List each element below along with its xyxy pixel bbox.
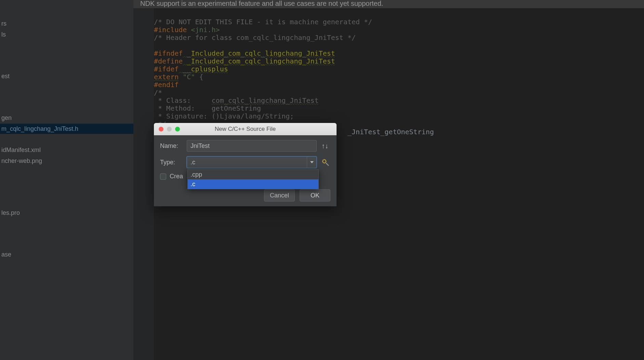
settings-icon[interactable] (321, 158, 329, 166)
zoom-icon[interactable] (175, 127, 180, 131)
name-label: Name: (160, 142, 182, 150)
svg-point-0 (323, 160, 326, 163)
new-source-file-dialog: New C/C++ Source File Name: ↑↓ Type: .c (154, 123, 337, 206)
close-icon[interactable] (159, 127, 163, 131)
create-checkbox-label: Crea (170, 173, 183, 180)
combobox-toggle[interactable] (307, 157, 316, 168)
dropdown-option-c[interactable]: .c (188, 179, 318, 189)
name-input[interactable] (187, 140, 317, 152)
type-combobox-value: .c (187, 159, 307, 166)
chevron-down-icon (310, 161, 314, 163)
type-label: Type: (160, 159, 182, 166)
cancel-button[interactable]: Cancel (264, 189, 295, 202)
type-dropdown[interactable]: .cpp .c (187, 169, 319, 189)
dialog-title: New C/C++ Source File (154, 126, 337, 133)
ok-button[interactable]: OK (300, 189, 330, 202)
sort-icon[interactable]: ↑↓ (321, 142, 328, 150)
minimize-icon (167, 127, 172, 131)
dropdown-option-cpp[interactable]: .cpp (188, 170, 318, 179)
dialog-titlebar[interactable]: New C/C++ Source File (154, 123, 337, 135)
create-checkbox[interactable] (160, 174, 166, 180)
type-combobox[interactable]: .c (187, 156, 317, 168)
